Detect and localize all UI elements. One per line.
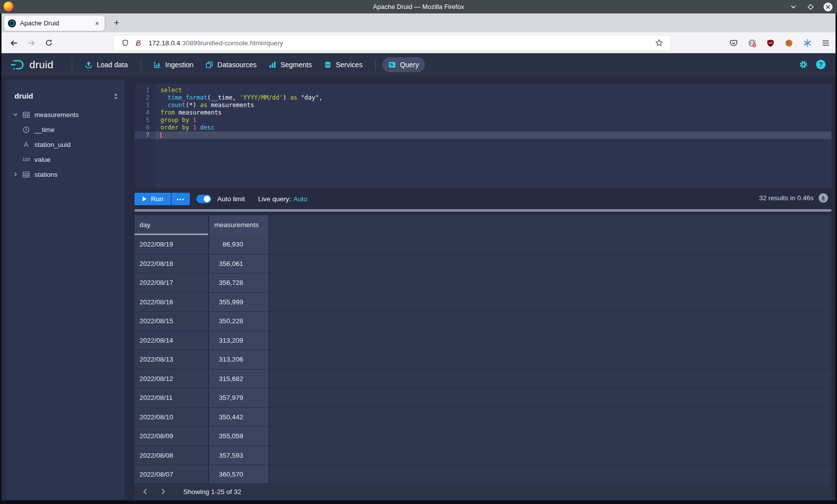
tree-item-station-uuid[interactable]: Astation_uuid (6, 137, 125, 152)
back-button[interactable] (7, 36, 20, 49)
line-number: 6 (135, 124, 155, 131)
pocket-icon[interactable] (728, 38, 738, 48)
nav-load-data[interactable]: Load data (79, 57, 134, 72)
cell-day[interactable]: 2022/08/15 (135, 312, 208, 331)
bookmark-star-icon[interactable] (653, 39, 666, 47)
double-caret-vertical-icon[interactable] (113, 93, 119, 102)
pane-splitter[interactable] (135, 209, 832, 212)
cell-day[interactable]: 2022/08/11 (135, 388, 208, 408)
cell-measurements[interactable]: 313,209 (209, 331, 269, 351)
cell-day[interactable]: 2022/08/12 (135, 370, 208, 389)
nav-services[interactable]: Services (318, 57, 369, 72)
cell-measurements[interactable]: 360,570 (209, 465, 269, 483)
code-line[interactable]: group by 1 (155, 117, 832, 124)
page-next-icon[interactable] (156, 485, 169, 498)
tree-item---time[interactable]: __time (6, 122, 125, 137)
page-prev-icon[interactable] (139, 485, 152, 498)
cell-measurements[interactable]: 86,930 (209, 235, 269, 254)
cell-day[interactable]: 2022/08/14 (135, 331, 208, 351)
row-filler (270, 254, 832, 274)
cell-day[interactable]: 2022/08/08 (135, 446, 208, 466)
cell-day[interactable]: 2022/08/13 (135, 350, 208, 370)
table-row: 2022/08/17356,728 (135, 273, 832, 293)
run-button[interactable]: Run (135, 193, 171, 205)
menu-icon[interactable] (821, 38, 831, 48)
tree-item-label: __time (34, 126, 55, 133)
cookie-icon[interactable] (784, 38, 794, 48)
nav-label: Services (336, 61, 363, 69)
shield-icon[interactable] (119, 39, 132, 47)
number-icon: 123 (21, 157, 31, 162)
forward-button[interactable] (24, 36, 37, 49)
nav-datasources[interactable]: Datasources (199, 57, 263, 72)
column-header-measurements[interactable]: measurements (209, 215, 269, 235)
nav-label: Ingestion (165, 61, 194, 69)
url-text[interactable]: 172.18.0.4:30899/unified-console.html#qu… (148, 39, 653, 47)
tree-item-value[interactable]: 123value (6, 152, 125, 167)
run-more-button[interactable]: ••• (171, 193, 190, 205)
cell-day[interactable]: 2022/08/10 (135, 408, 208, 427)
cell-day[interactable]: 2022/08/16 (135, 293, 208, 312)
nav-query[interactable]: Query (382, 57, 425, 72)
cell-measurements[interactable]: 355,999 (209, 293, 269, 312)
cell-measurements[interactable]: 315,682 (209, 370, 269, 389)
header-right: ? (799, 53, 826, 76)
titlebar-controls (788, 0, 833, 13)
code-line[interactable]: select (155, 87, 832, 94)
code-line[interactable]: order by 1 desc (155, 124, 832, 131)
cell-measurements[interactable]: 355,059 (209, 427, 269, 446)
reload-button[interactable] (42, 36, 55, 49)
cell-measurements[interactable]: 357,979 (209, 388, 269, 408)
cell-measurements[interactable]: 356,728 (209, 273, 269, 293)
tree-item-measurements[interactable]: measurements (6, 107, 125, 122)
account-icon[interactable] (747, 38, 757, 48)
tree-item-stations[interactable]: stations (6, 167, 125, 182)
chevron-right-icon[interactable] (10, 171, 21, 177)
window-title: Apache Druid — Mozilla Firefox (0, 0, 837, 13)
header-filler (270, 215, 832, 235)
nav-segments[interactable]: Segments (263, 57, 318, 72)
extension-icon[interactable] (802, 38, 812, 48)
cell-day[interactable]: 2022/08/09 (135, 427, 208, 446)
cell-day[interactable]: 2022/08/19 (135, 235, 208, 254)
live-query-value[interactable]: Auto (293, 195, 307, 203)
window-chevron-icon[interactable] (788, 2, 798, 12)
cell-day[interactable]: 2022/08/17 (135, 273, 208, 293)
cell-measurements[interactable]: 357,593 (209, 446, 269, 466)
url-bar[interactable]: 172.18.0.4:30899/unified-console.html#qu… (114, 35, 671, 50)
window-close-icon[interactable] (823, 2, 833, 12)
table-row: 2022/08/09355,059 (135, 427, 832, 446)
druid-logo[interactable]: druid (9, 58, 53, 71)
ublock-icon[interactable]: uO (765, 38, 775, 48)
editor-code[interactable]: select time_format(__time, 'YYYY/MM/dd')… (155, 84, 832, 188)
sql-editor[interactable]: 1234567 select time_format(__time, 'YYYY… (135, 84, 832, 188)
pagination-bar: Showing 1-25 of 32 (135, 483, 832, 500)
cell-measurements[interactable]: 350,228 (209, 312, 269, 331)
code-line[interactable]: time_format(__time, 'YYYY/MM/dd') as "da… (155, 94, 832, 102)
code-line[interactable] (155, 131, 832, 139)
nav-ingestion[interactable]: Ingestion (147, 57, 200, 72)
cell-day[interactable]: 2022/08/18 (135, 254, 208, 274)
cell-measurements[interactable]: 356,061 (209, 254, 269, 274)
download-icon[interactable] (819, 193, 828, 203)
help-icon[interactable]: ? (816, 60, 826, 69)
row-filler (270, 350, 832, 370)
column-header-day[interactable]: day (135, 215, 208, 235)
cell-measurements[interactable]: 350,442 (209, 408, 269, 427)
table-row: 2022/08/11357,979 (135, 388, 832, 408)
code-line[interactable]: count(*) as measurements (155, 102, 832, 109)
sort-indicator (135, 234, 208, 235)
insecure-lock-icon[interactable] (132, 39, 144, 47)
code-line[interactable]: from measurements (155, 109, 832, 117)
row-filler (270, 312, 832, 331)
gear-icon[interactable] (799, 60, 808, 69)
auto-limit-toggle[interactable] (196, 195, 211, 203)
chevron-down-icon[interactable] (10, 112, 21, 118)
browser-tab[interactable]: Apache Druid × (4, 15, 105, 31)
cell-day[interactable]: 2022/08/07 (135, 465, 208, 483)
tab-close-button[interactable]: × (94, 19, 101, 27)
window-diamond-icon[interactable] (806, 2, 816, 12)
cell-measurements[interactable]: 313,206 (209, 350, 269, 370)
new-tab-button[interactable]: + (110, 16, 123, 29)
nav-label: Load data (97, 61, 128, 69)
